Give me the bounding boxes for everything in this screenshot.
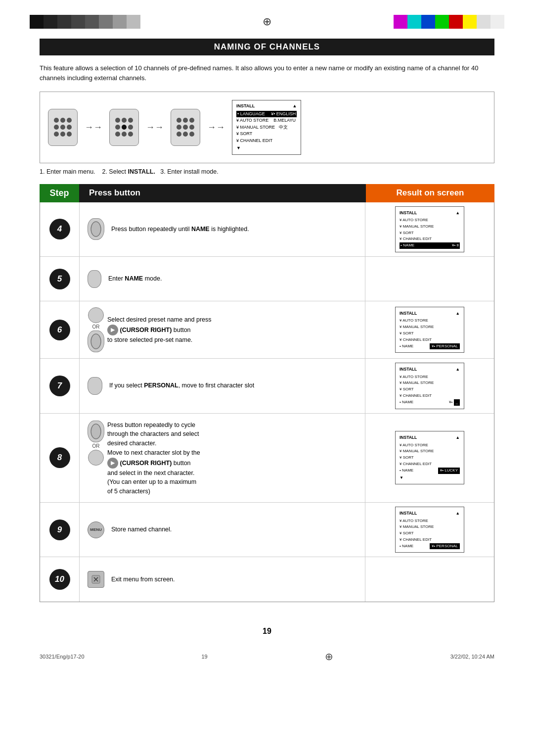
step-press-4: Press button repeatedly until NAME is hi… (80, 202, 365, 257)
footer-right: 3/22/02, 10:24 AM (450, 654, 494, 660)
screen-8: INSTALL ▲ ¥ AUTO STORE ¥ MANUAL STORE ¥ … (395, 431, 464, 484)
arrow-1: →→ (85, 122, 102, 133)
step-text-7: If you select PERSONAL, move to first ch… (109, 381, 254, 390)
footer-center: 19 (202, 654, 208, 660)
left-color-bar (30, 15, 140, 29)
header-step: Step (40, 184, 79, 202)
intro-text: This feature allows a selection of 10 ch… (40, 63, 494, 83)
crosshair-bottom: ⊕ (325, 651, 333, 662)
svg-point-1 (91, 334, 101, 349)
step-text-8: Press button repeatedly to cycle through… (107, 421, 200, 496)
arrow-2: →→ (146, 122, 164, 133)
step-press-8: OR Press button repeatedly to cycle thro… (80, 414, 365, 502)
step-num-6: 6 (40, 301, 80, 358)
step-num-4: 4 (40, 202, 80, 257)
step-num-8: 8 (40, 414, 80, 502)
header-result: Result on screen (366, 184, 494, 202)
step-header: Step Press button Result on screen (40, 184, 494, 202)
step-press-6: OR Select desired preset name and press … (80, 301, 365, 358)
step-num-7: 7 (40, 359, 80, 413)
section-title-text: Naming of Channels (214, 42, 320, 51)
button-pair-8: OR (88, 421, 104, 466)
footer-left: 30321/Eng/p17-20 (40, 654, 85, 660)
header-press: Press button (79, 184, 366, 202)
steps-container: 4 Press button repeatedly until NAME is … (40, 202, 494, 603)
screen-4: INSTALL ▲ ¥ AUTO STORE ¥ MANUAL STORE ¥ … (395, 206, 464, 253)
step-row-5: 5 Enter NAME mode. (40, 257, 494, 301)
step-text-9: Store named channel. (111, 525, 172, 534)
top-color-bars: ⊕ (0, 0, 534, 39)
menu-button-9: MENU (88, 521, 104, 538)
step-num-9: 9 (40, 503, 80, 557)
screen-9: INSTALL ▲ ¥ AUTO STORE ¥ MANUAL STORE ¥ … (395, 507, 464, 553)
right-color-bar (394, 15, 504, 29)
step-text-4: Press button repeatedly until NAME is hi… (111, 225, 249, 234)
cursor-right-btn-8 (88, 450, 104, 466)
step-row-7: 7 If you select PERSONAL, move to first … (40, 359, 494, 414)
button-down-6 (88, 331, 104, 352)
step-result-9: INSTALL ▲ ¥ AUTO STORE ¥ MANUAL STORE ¥ … (365, 503, 494, 557)
remote-2 (109, 109, 139, 146)
step-text-10: Exit menu from screen. (111, 575, 175, 584)
step-num-5: 5 (40, 257, 80, 301)
step-row-8: 8 OR Press button repeatedly to cycle th… (40, 414, 494, 503)
button-icon-4 (88, 218, 104, 240)
step-row-6: 6 OR Select desired preset name and pres… (40, 301, 494, 359)
step-result-5 (365, 257, 494, 301)
step-result-6: INSTALL ▲ ¥ AUTO STORE ¥ MANUAL STORE ¥ … (365, 301, 494, 358)
exit-button-10 (88, 571, 104, 588)
cursor-right-btn-6 (88, 307, 104, 323)
setup-menu-screen: INSTALL ▲ • LANGUAGE ¥• ENGLISH ¥ AUTO S… (232, 100, 301, 155)
screen-7: INSTALL ▲ ¥ AUTO STORE ¥ MANUAL STORE ¥ … (395, 363, 464, 409)
step-result-4: INSTALL ▲ ¥ AUTO STORE ¥ MANUAL STORE ¥ … (365, 202, 494, 257)
cursor-right-icon-8: ▶ (107, 458, 118, 469)
step-num-10: 10 (40, 557, 80, 602)
screen-6: INSTALL ▲ ¥ AUTO STORE ¥ MANUAL STORE ¥ … (395, 307, 464, 353)
svg-point-0 (91, 222, 101, 236)
remote-3 (171, 109, 200, 146)
step-result-10 (365, 557, 494, 602)
setup-illustration: →→ →→ →→ INSTALL ▲ • LANGUAGE ¥• ENGLISH… (40, 92, 494, 163)
step-result-8: INSTALL ▲ ¥ AUTO STORE ¥ MANUAL STORE ¥ … (365, 414, 494, 502)
step-press-10: Exit menu from screen. (80, 557, 365, 602)
crosshair-icon: ⊕ (263, 15, 271, 28)
svg-point-2 (91, 424, 101, 439)
step-press-9: MENU Store named channel. (80, 503, 365, 557)
button-icon-5 (88, 270, 101, 288)
page-number: 19 (0, 627, 534, 636)
arrow-3: →→ (207, 122, 225, 133)
step-row-4: 4 Press button repeatedly until NAME is … (40, 202, 494, 257)
button-top-8 (88, 421, 104, 442)
step-result-7: INSTALL ▲ ¥ AUTO STORE ¥ MANUAL STORE ¥ … (365, 359, 494, 413)
page-footer: 30321/Eng/p17-20 19 ⊕ 3/22/02, 10:24 AM (0, 641, 534, 667)
step-press-5: Enter NAME mode. (80, 257, 365, 301)
step-row-10: 10 Exit menu from screen. (40, 557, 494, 602)
step-text-6: Select desired preset name and press ▶ (… (107, 315, 212, 345)
button-icon-7 (88, 377, 102, 395)
step-text-5: Enter NAME mode. (108, 274, 162, 284)
setup-caption: 1. Enter main menu. 2. Select INSTALL. 3… (40, 168, 494, 175)
section-title: Naming of Channels (40, 39, 494, 55)
step-row-9: 9 MENU Store named channel. INSTALL ▲ ¥ … (40, 503, 494, 558)
step-press-7: If you select PERSONAL, move to first ch… (80, 359, 365, 413)
remote-1 (48, 109, 78, 146)
button-pair-6: OR (88, 307, 104, 352)
cursor-right-icon: ▶ (107, 325, 118, 335)
page-content: Naming of Channels This feature allows a… (0, 39, 534, 622)
